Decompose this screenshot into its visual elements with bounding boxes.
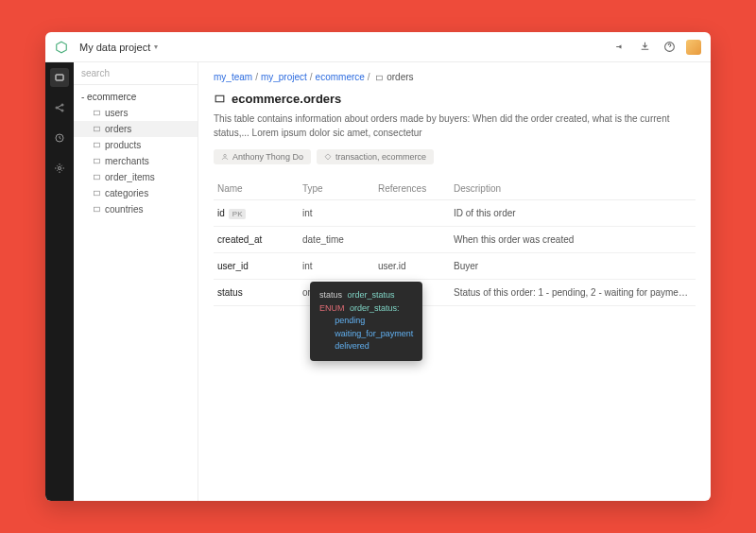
rail-history-icon[interactable] [50, 129, 69, 147]
col-desc: ID of this order [450, 200, 696, 227]
sidebar-item-users[interactable]: users [74, 105, 198, 121]
avatar[interactable] [686, 40, 701, 55]
rail-tables-icon[interactable] [50, 68, 69, 87]
sidebar-item-label: orders [105, 124, 131, 134]
svg-rect-13 [94, 191, 100, 196]
rail-share-icon[interactable] [50, 98, 69, 117]
col-desc: Status of this order: 1 - pending, 2 - w… [450, 280, 696, 306]
sidebar-item-orders[interactable]: orders [74, 121, 198, 137]
col-ref [374, 227, 450, 253]
svg-rect-15 [377, 76, 383, 80]
breadcrumb-link[interactable]: my_team [214, 72, 252, 82]
owner-tag[interactable]: Anthony Thong Do [214, 149, 311, 164]
col-header-description: Description [450, 178, 696, 200]
col-ref[interactable]: user.id [374, 253, 450, 280]
tooltip-enum-val: pending [335, 316, 365, 325]
breadcrumb-link[interactable]: ecommerce [316, 72, 365, 82]
svg-rect-8 [94, 111, 100, 115]
sidebar-item-label: products [105, 140, 141, 150]
table-header-row: Name Type References Description [214, 178, 696, 200]
col-name: user_id [214, 253, 299, 280]
table-row[interactable]: created_at date_time When this order was… [214, 227, 696, 253]
tree-root-label: ecommerce [87, 92, 136, 102]
chevron-down-icon[interactable]: ▾ [154, 43, 158, 51]
help-icon[interactable] [662, 40, 677, 55]
table-row[interactable]: status order_status Status of this order… [214, 280, 696, 306]
sidebar-item-label: merchants [105, 156, 149, 166]
tooltip-type: order_status [347, 290, 394, 300]
table-icon [93, 141, 101, 149]
columns-table: Name Type References Description idPK in… [214, 178, 696, 306]
share-icon[interactable] [612, 40, 627, 55]
svg-point-4 [61, 104, 63, 106]
sidebar-item-merchants[interactable]: merchants [74, 153, 198, 169]
sidebar-item-countries[interactable]: countries [74, 201, 198, 217]
enum-tooltip: status order_status ENUM order_status: p… [310, 282, 422, 361]
col-desc: Buyer [450, 253, 696, 280]
tree-root[interactable]: - ecommerce [74, 89, 198, 105]
col-header-references: References [374, 178, 450, 200]
table-icon [93, 109, 101, 117]
rail-settings-icon[interactable] [50, 159, 69, 178]
tooltip-enum-val: waiting_for_payment [335, 329, 413, 338]
breadcrumb-link[interactable]: my_project [261, 72, 307, 82]
search-input[interactable]: search [74, 62, 198, 85]
breadcrumb-current: orders [387, 72, 413, 82]
table-icon [93, 173, 101, 181]
pk-badge: PK [229, 209, 247, 219]
svg-point-3 [56, 107, 58, 109]
topic-tag[interactable]: transaction, ecommerce [317, 149, 434, 164]
main-content: my_team/my_project/ecommerce/ orders eco… [198, 62, 711, 501]
col-name: id [217, 208, 225, 218]
sidebar: search - ecommerce users orders products… [74, 62, 198, 501]
download-icon[interactable] [637, 40, 652, 55]
svg-point-17 [224, 154, 227, 157]
col-type: int [299, 200, 374, 227]
col-desc: When this order was created [450, 227, 696, 253]
topbar: My data project ▾ [45, 32, 711, 62]
col-name: status [214, 280, 299, 306]
svg-rect-12 [94, 175, 100, 180]
col-ref [374, 200, 450, 227]
sidebar-item-products[interactable]: products [74, 137, 198, 153]
svg-rect-10 [94, 143, 100, 147]
app-body: search - ecommerce users orders products… [45, 62, 711, 501]
tag-icon [324, 153, 332, 161]
col-header-name: Name [214, 178, 299, 200]
svg-rect-2 [56, 75, 63, 80]
col-type: date_time [299, 227, 374, 253]
col-type: int [299, 253, 374, 280]
sidebar-item-label: users [105, 108, 128, 118]
svg-rect-14 [94, 207, 100, 212]
table-icon [93, 189, 101, 198]
tag-row: Anthony Thong Do transaction, ecommerce [214, 149, 696, 164]
col-header-type: Type [299, 178, 374, 200]
page-description: This table contains information about or… [214, 112, 696, 140]
tooltip-field: status [319, 290, 342, 300]
tooltip-enum-name: order_status: [350, 303, 400, 313]
sidebar-item-order_items[interactable]: order_items [74, 169, 198, 185]
sidebar-item-label: countries [105, 204, 144, 215]
tree: - ecommerce users orders products mercha… [74, 85, 198, 221]
page-title-row: ecommerce.orders [214, 92, 696, 106]
table-icon [375, 74, 384, 82]
table-icon [93, 205, 101, 214]
sidebar-item-categories[interactable]: categories [74, 185, 198, 201]
sidebar-item-label: categories [105, 188, 148, 198]
nav-rail [45, 62, 74, 501]
tooltip-enum-val: delivered [335, 341, 369, 351]
breadcrumb: my_team/my_project/ecommerce/ orders [214, 72, 696, 82]
svg-rect-11 [94, 159, 100, 163]
tooltip-enum-kw: ENUM [319, 303, 345, 313]
table-row[interactable]: idPK int ID of this order [214, 200, 696, 227]
svg-rect-16 [215, 95, 224, 102]
table-icon [214, 93, 226, 105]
table-row[interactable]: user_id int user.id Buyer [214, 253, 696, 280]
page-title: ecommerce.orders [232, 92, 341, 106]
user-icon [221, 153, 229, 161]
col-name: created_at [214, 227, 299, 253]
svg-rect-9 [94, 127, 100, 131]
table-icon [93, 125, 101, 133]
project-name[interactable]: My data project [79, 42, 150, 53]
svg-point-5 [61, 110, 63, 112]
